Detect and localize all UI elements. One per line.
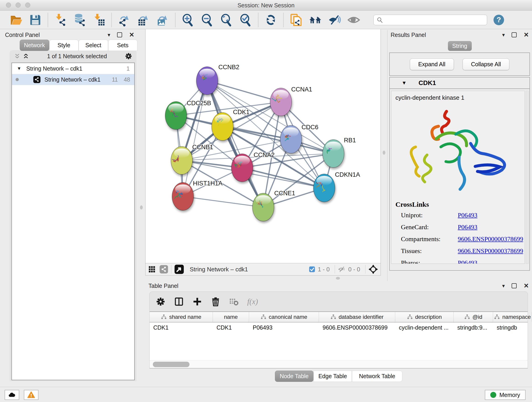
tab-string[interactable]: String [448,41,472,51]
close-panel-icon[interactable]: ✕ [524,31,529,38]
table-cell[interactable]: P06493 [249,322,319,333]
tab-style[interactable]: Style [49,40,79,51]
float-panel-icon[interactable] [512,32,517,37]
show-all-button[interactable] [344,12,363,28]
zoom-in-button[interactable] [178,12,197,28]
network-node-CDKN1A[interactable] [313,174,335,202]
network-node-RB1[interactable] [323,140,344,167]
table-options-gear-icon[interactable] [156,297,166,307]
network-node-CDC6[interactable] [280,125,302,153]
panel-menu-icon[interactable]: ▾ [502,32,505,38]
expand-all-button[interactable]: Expand All [410,58,454,70]
column-header-description[interactable]: description [395,312,454,322]
table-hscrollbar[interactable] [150,360,528,368]
network-options-gear-icon[interactable] [125,52,133,60]
crosslink-link[interactable]: 9606.ENSP00000378699 [458,247,523,255]
zoom-out-button[interactable] [197,12,217,28]
zoom-fit-button[interactable] [217,12,236,28]
column-header-namespace[interactable]: namespace [493,312,532,322]
network-edge[interactable] [183,81,207,196]
column-header-canonical-name[interactable]: canonical name [249,312,319,322]
close-window-button[interactable] [6,2,11,7]
network-view-canvas[interactable]: CCNB2CCNA1CDC25BCDK1CDC6RB1CCNB1CCNA2CDK… [145,29,381,263]
network-node-CCNA1[interactable] [270,88,292,116]
collapse-all-button[interactable]: Collapse All [462,58,510,70]
fit-selected-crosshair-icon[interactable] [368,264,378,274]
column-header--id[interactable]: @id [454,312,493,322]
table-row[interactable]: CDK1CDK1P064939606.ENSP00000378699cyclin… [150,322,528,333]
warnings-button[interactable] [24,390,38,400]
tab-network-table[interactable]: Network Table [352,370,402,382]
network-edge[interactable] [183,196,263,207]
delete-column-icon[interactable] [210,297,221,307]
tab-edge-table[interactable]: Edge Table [313,370,352,382]
search-box[interactable] [374,15,487,25]
float-panel-icon[interactable] [512,283,517,288]
memory-button[interactable]: Memory [485,390,526,400]
crosslink-link[interactable]: P06493 [458,211,523,219]
panel-menu-icon[interactable]: ▾ [502,283,505,289]
import-network-database-button[interactable] [70,12,89,28]
panel-menu-icon[interactable]: ▾ [108,32,110,38]
cloud-services-button[interactable] [5,390,19,400]
delete-table-icon[interactable] [229,297,239,307]
refresh-button[interactable] [261,12,280,28]
first-neighbors-button[interactable] [306,12,325,28]
expand-all-networks-icon[interactable] [22,53,29,60]
left-splitter-handle[interactable] [140,205,143,210]
table-cell[interactable]: CDK1 [213,322,249,333]
table-cell[interactable]: stringdb:9... [454,322,493,333]
hide-selected-button[interactable] [325,12,344,28]
network-node-CCNB2[interactable] [196,67,218,95]
import-network-button[interactable] [51,12,70,28]
hscroll-thumb[interactable] [153,362,190,367]
open-session-button[interactable] [6,12,26,28]
tab-node-table[interactable]: Node Table [275,370,313,382]
float-panel-icon[interactable] [117,32,122,37]
column-header-shared-name[interactable]: shared name [150,312,213,322]
close-panel-icon[interactable]: ✕ [129,31,134,38]
network-node-CCNA2[interactable] [231,154,253,182]
tab-sets[interactable]: Sets [108,40,138,51]
network-edge[interactable] [242,168,324,188]
entry-header[interactable]: ▼ CDK1 [390,77,530,89]
export-image-button[interactable] [153,12,172,28]
column-header-database-identifier[interactable]: database identifier [319,312,395,322]
network-node-HIST1H1A[interactable] [172,182,194,211]
add-column-icon[interactable] [192,297,202,307]
collapse-all-networks-icon[interactable] [14,53,21,60]
network-node-CCNB1[interactable] [171,147,192,174]
export-table-button[interactable] [134,12,153,28]
right-splitter-handle[interactable] [383,151,385,155]
table-cell[interactable]: stringdb [493,322,532,333]
bottom-splitter-handle[interactable] [336,277,340,280]
crosslink-link[interactable]: P06493 [458,223,523,231]
import-table-button[interactable] [89,12,109,28]
birdseye-view-icon[interactable] [174,264,184,274]
results-scrollbar[interactable] [526,91,529,264]
help-button[interactable]: ? [494,15,504,25]
close-panel-icon[interactable]: ✕ [524,282,529,289]
save-session-button[interactable] [26,12,45,28]
tab-network[interactable]: Network [20,40,49,51]
tab-select[interactable]: Select [79,40,108,51]
network-edge[interactable] [207,81,263,207]
collapse-caret-icon[interactable]: ▼ [17,66,21,71]
copy-style-button[interactable] [286,12,306,28]
collapse-caret-icon[interactable]: ▼ [402,80,407,86]
crosslink-link[interactable]: P06493 [458,259,523,264]
grid-view-icon[interactable] [148,265,156,274]
table-cell[interactable]: cyclin-dependent ... [395,322,454,333]
network-node-CDK1[interactable] [212,113,233,140]
table-cell[interactable]: CDK1 [150,322,213,333]
maximize-window-button[interactable] [25,2,30,7]
network-edge[interactable] [207,81,281,102]
column-header-name[interactable]: name [213,312,249,322]
selected-checkbox-icon[interactable] [309,266,316,273]
table-cell[interactable]: 9606.ENSP00000378699 [319,322,395,333]
minimize-window-button[interactable] [16,2,21,7]
export-network-button[interactable] [114,12,134,28]
string-badge-icon[interactable] [159,265,168,274]
network-collection-row[interactable]: ▼ String Network – cdk1 1 [12,63,134,74]
function-builder-button[interactable]: f(x) [247,297,258,306]
